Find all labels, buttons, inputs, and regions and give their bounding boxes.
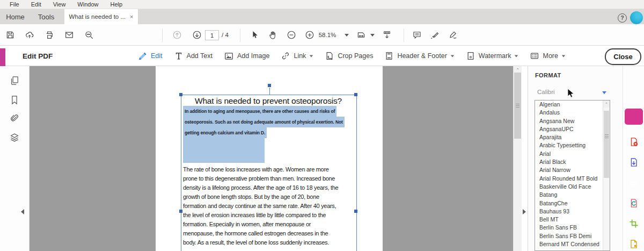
font-option[interactable]: Bauhaus 93: [535, 207, 610, 216]
menu-item[interactable]: Window: [71, 1, 104, 8]
document-scrollbar-thumb[interactable]: [514, 73, 521, 139]
font-select-caret-icon[interactable]: [602, 91, 606, 94]
font-list-dropdown[interactable]: AlgerianAndalusAngsana NewAngsanaUPCApar…: [535, 100, 610, 251]
font-option[interactable]: Arial Rounded MT Bold: [535, 175, 610, 183]
more-button[interactable]: More: [530, 51, 565, 61]
document-heading[interactable]: What is needed to prevent osteoporosis?: [181, 96, 356, 106]
zoom-level-value[interactable]: 58.1%: [317, 32, 338, 38]
add-image-button[interactable]: Add Image: [224, 51, 269, 61]
tab-home[interactable]: Home: [0, 9, 31, 24]
document-viewer[interactable]: What is needed to prevent osteoporosis? …: [30, 66, 513, 251]
font-option[interactable]: Berlin Sans FB Demi: [535, 232, 610, 240]
font-option[interactable]: Arial Narrow: [535, 166, 610, 174]
highlighted-text-line[interactable]: In addition to aging and menopause, ther…: [183, 106, 336, 117]
account-avatar[interactable]: [630, 11, 643, 24]
font-list-scrollbar-thumb[interactable]: [604, 111, 609, 178]
selection-handle-mid-left[interactable]: [179, 210, 182, 213]
font-family-select[interactable]: Calibri: [537, 89, 555, 95]
header-footer-button[interactable]: Header & Footer: [384, 51, 454, 61]
add-text-label: Add Text: [187, 52, 213, 60]
menu-item[interactable]: File: [4, 1, 25, 8]
comment-icon[interactable]: [412, 30, 422, 40]
font-list-scrollbar[interactable]: ⌃: [603, 101, 610, 250]
font-option[interactable]: Angsana New: [535, 117, 610, 125]
font-option[interactable]: Berlin Sans FB: [535, 224, 610, 232]
highlighted-text-line[interactable]: getting enough calcium and vitamin D.: [183, 127, 267, 138]
highlight-selection-block[interactable]: [183, 138, 265, 163]
save-icon[interactable]: [5, 30, 15, 40]
selection-handle-mid-right[interactable]: [354, 210, 357, 213]
font-option[interactable]: BatangChe: [535, 199, 610, 207]
font-option[interactable]: Arabic Typesetting: [535, 141, 610, 149]
document-paragraph[interactable]: The rate of bone loss increases with age…: [183, 165, 338, 247]
link-button[interactable]: Link: [281, 51, 313, 61]
hand-tool-icon[interactable]: [268, 30, 277, 40]
font-option[interactable]: Batang: [535, 191, 610, 199]
sign-pen-icon[interactable]: [449, 30, 458, 40]
select-tool-icon[interactable]: [250, 30, 259, 40]
font-option[interactable]: AngsanaUPC: [535, 125, 610, 133]
attachments-icon[interactable]: [9, 113, 20, 124]
next-page-icon[interactable]: [192, 30, 202, 40]
more-caret-icon: [562, 55, 565, 57]
upload-cloud-icon[interactable]: [25, 30, 34, 40]
font-option[interactable]: Aparajita: [535, 133, 610, 141]
font-option[interactable]: Bell MT: [535, 216, 610, 224]
edit-mode-button[interactable]: Edit: [137, 51, 163, 61]
collapse-sidebar-arrow[interactable]: [21, 209, 24, 214]
tab-bar: Home Tools What is needed to ... ×: [0, 9, 644, 24]
expand-panel-arrow[interactable]: [523, 209, 526, 214]
document-text-line: formation and decay continue at the same…: [183, 202, 338, 211]
add-image-label: Add Image: [237, 52, 269, 60]
tab-tools[interactable]: Tools: [31, 9, 62, 24]
menu-item[interactable]: Edit: [25, 1, 47, 8]
email-icon[interactable]: [64, 30, 74, 40]
font-option[interactable]: Bernard MT Condensed: [535, 240, 610, 248]
close-button[interactable]: Close: [605, 48, 641, 65]
font-option[interactable]: Andalus: [535, 109, 610, 117]
previous-page-icon[interactable]: [172, 30, 182, 40]
format-panel-icon[interactable]: [628, 177, 639, 188]
page-thumbnails-icon[interactable]: [9, 75, 20, 86]
highlighted-text-line[interactable]: osteoporosis. Such as not doing adequate…: [183, 117, 345, 127]
menu-item[interactable]: Help: [104, 1, 128, 8]
zoom-in-icon[interactable]: [305, 30, 314, 40]
crop-pages-button[interactable]: Crop Pages: [325, 51, 373, 61]
document-text-line: growth of bone length stops. But by the …: [183, 192, 338, 202]
selection-rotate-handle[interactable]: [268, 84, 271, 87]
menu-item[interactable]: View: [47, 1, 72, 8]
tab-close-icon[interactable]: ×: [130, 13, 133, 20]
font-option[interactable]: Arial: [535, 150, 610, 158]
page-number-input[interactable]: 1: [205, 30, 219, 40]
font-option[interactable]: Baskerville Old Face: [535, 183, 610, 191]
highlighted-paragraph[interactable]: In addition to aging and menopause, ther…: [183, 106, 345, 138]
convert-pdf-icon[interactable]: [628, 157, 639, 168]
bookmarks-icon[interactable]: [9, 95, 20, 105]
fit-page-caret-icon[interactable]: [370, 34, 375, 37]
layers-icon[interactable]: [9, 132, 20, 142]
document-text-line: body. As a result, the level of bone los…: [183, 238, 338, 247]
search-more-icon[interactable]: [84, 30, 94, 40]
image-icon: [224, 51, 234, 61]
fit-width-icon[interactable]: [382, 30, 392, 40]
zoom-level-caret-icon[interactable]: [345, 34, 349, 37]
edit-document-icon[interactable]: [628, 239, 639, 249]
print-icon[interactable]: [45, 30, 54, 40]
watermark-caret-icon: [515, 55, 518, 57]
ocr-icon[interactable]: [628, 198, 639, 209]
add-text-button[interactable]: Add Text: [174, 51, 213, 61]
font-option[interactable]: Algerian: [535, 101, 610, 109]
zoom-out-icon[interactable]: [287, 30, 296, 40]
document-text-line: menopause, the hormone called estrogen d…: [183, 229, 338, 238]
watermark-button[interactable]: Watermark: [466, 51, 519, 61]
tab-document[interactable]: What is needed to ... ×: [64, 9, 138, 24]
edit-pencil-icon: [137, 51, 148, 61]
document-scrollbar[interactable]: ⌃: [513, 66, 522, 251]
font-list-scroll-up-icon[interactable]: ⌃: [603, 101, 610, 107]
create-pdf-icon[interactable]: [628, 137, 639, 147]
font-option[interactable]: Arial Black: [535, 158, 610, 166]
help-icon[interactable]: ?: [618, 13, 627, 23]
highlighter-icon[interactable]: [430, 30, 440, 40]
organize-pages-icon[interactable]: [628, 218, 639, 229]
fit-page-icon[interactable]: [356, 30, 366, 40]
